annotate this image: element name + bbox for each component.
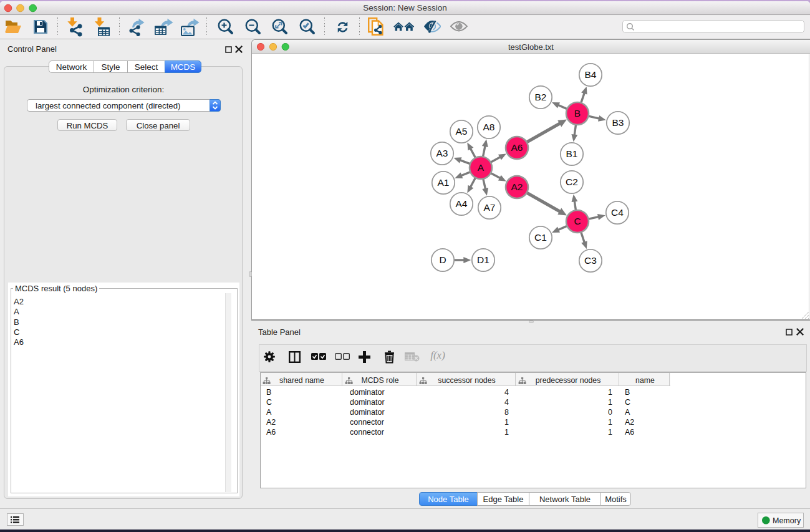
svg-text:A: A bbox=[478, 162, 485, 173]
svg-text:A4: A4 bbox=[456, 198, 468, 209]
svg-text:A6: A6 bbox=[511, 142, 523, 153]
svg-text:D1: D1 bbox=[477, 254, 489, 265]
svg-text:B3: B3 bbox=[612, 117, 624, 128]
svg-text:C2: C2 bbox=[566, 177, 578, 187]
svg-text:D: D bbox=[439, 254, 446, 265]
svg-text:C4: C4 bbox=[611, 207, 624, 218]
svg-text:C: C bbox=[574, 216, 581, 226]
svg-text:C3: C3 bbox=[584, 255, 597, 266]
svg-text:A8: A8 bbox=[483, 122, 495, 132]
svg-text:A3: A3 bbox=[436, 148, 448, 158]
svg-text:A2: A2 bbox=[511, 181, 523, 192]
svg-text:B: B bbox=[574, 108, 581, 118]
svg-text:B2: B2 bbox=[535, 92, 547, 102]
svg-text:B4: B4 bbox=[585, 69, 597, 80]
svg-text:A1: A1 bbox=[438, 177, 450, 188]
svg-text:A5: A5 bbox=[456, 126, 468, 137]
svg-text:B1: B1 bbox=[566, 148, 578, 159]
svg-text:C1: C1 bbox=[534, 232, 547, 243]
svg-text:A7: A7 bbox=[484, 202, 496, 213]
